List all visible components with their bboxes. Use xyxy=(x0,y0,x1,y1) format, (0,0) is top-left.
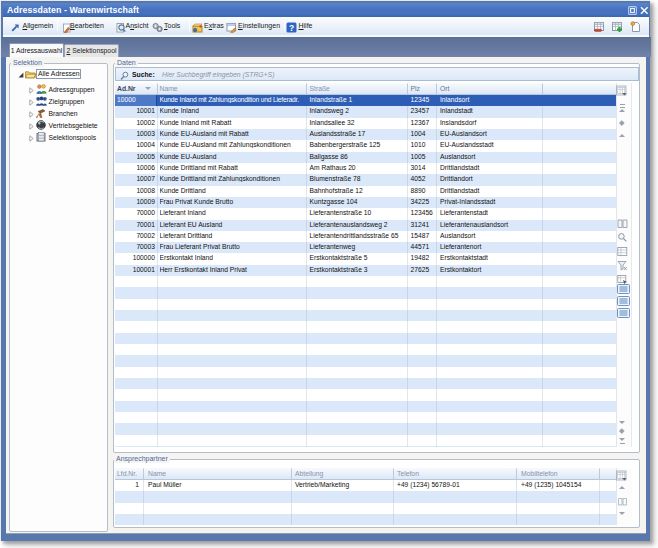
svg-text:?: ? xyxy=(289,23,294,33)
